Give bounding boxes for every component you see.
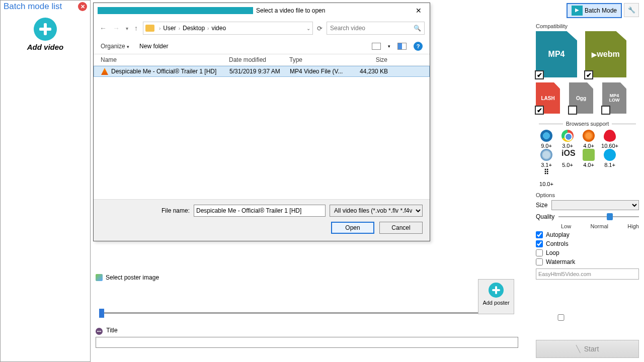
controls-checkbox[interactable] (536, 240, 543, 247)
size-select[interactable] (551, 200, 639, 210)
title-section: ••• Title (96, 327, 518, 348)
timeline-handle[interactable] (99, 309, 104, 318)
quality-slider[interactable] (558, 212, 639, 221)
title-icon: ••• (96, 328, 103, 335)
format-flash[interactable]: LASH ✔ (536, 82, 560, 114)
mp4low-check-icon[interactable] (601, 106, 610, 115)
open-button[interactable]: Open (331, 222, 374, 234)
quality-label: Quality (536, 213, 554, 220)
wrench-icon: 🔧 (628, 7, 635, 14)
tools-button[interactable]: 🔧 (624, 3, 639, 17)
close-sidebar-icon[interactable]: ✕ (78, 2, 87, 11)
windows-icon (604, 149, 616, 161)
image-icon (96, 274, 103, 281)
size-label: Size (536, 202, 547, 209)
format-mp4[interactable]: MP4 ✔ (536, 31, 578, 78)
slider-thumb[interactable] (607, 213, 613, 220)
sidebar-title: Batch mode list (4, 2, 78, 12)
batch-list-sidebar: Batch mode list ✕ Add video (0, 0, 91, 362)
add-poster-label: Add poster (478, 300, 514, 306)
ios-icon: iOS (561, 149, 574, 161)
start-button[interactable]: ╲ Start (536, 340, 639, 358)
preview-pane-icon[interactable] (397, 43, 407, 50)
organize-dropdown[interactable]: Organize ▾ (101, 43, 129, 50)
blackberry-icon: ⠿ (540, 168, 552, 180)
film-icon (572, 6, 583, 16)
forward-icon[interactable]: → (112, 23, 121, 33)
android-icon (583, 149, 595, 161)
vlc-icon (101, 68, 108, 75)
view-dropdown-icon[interactable]: ▾ (388, 44, 390, 49)
poster-label: Select poster image (106, 274, 159, 281)
add-video-button[interactable]: Add video (15, 18, 75, 51)
timeline-track (101, 312, 493, 314)
search-icon[interactable]: 🔍 (414, 25, 421, 32)
search-input[interactable] (330, 25, 414, 32)
recent-dropdown-icon[interactable]: ▾ (125, 25, 129, 32)
right-panel: Batch Mode 🔧 Compatibility MP4 ✔ ▶ webm … (531, 0, 644, 362)
title-input[interactable] (96, 337, 518, 348)
webm-check-icon[interactable]: ✔ (584, 70, 593, 79)
view-icon[interactable] (372, 43, 381, 50)
mp4-check-icon[interactable]: ✔ (535, 70, 544, 79)
file-list[interactable]: Despicable Me - Official® Trailer 1 [HD]… (94, 66, 430, 197)
dialog-nav: ← → ▾ ↑ › User› Desktop› video ⌄ ⟳ 🔍 (94, 18, 430, 38)
format-ogg[interactable]: Ogg (569, 82, 593, 114)
options-label: Options (536, 192, 639, 198)
plus-icon (489, 283, 504, 298)
poster-section: Select poster image (96, 274, 518, 321)
file-type-filter[interactable]: All video files (*.vob *.flv *.f4v * (330, 205, 423, 217)
close-icon[interactable]: ✕ (412, 7, 426, 15)
app-icon (98, 7, 253, 14)
browsers-grid: 9.0+ 3.0+ 4.0+ 10.60+ 3.1+ iOS5.0+ 4.0+ … (536, 130, 639, 187)
watermark-input[interactable] (536, 268, 639, 280)
batch-mode-label: Batch Mode (585, 7, 617, 14)
ogg-check-icon[interactable] (568, 106, 577, 115)
dialog-footer: File name: All video files (*.vob *.flv … (94, 199, 430, 241)
dialog-title: Select a video file to open (256, 7, 412, 14)
slider-track (558, 216, 639, 217)
chrome-icon (561, 130, 574, 142)
up-icon[interactable]: ↑ (133, 23, 139, 33)
watermark-checkbox[interactable] (536, 258, 543, 265)
file-row[interactable]: Despicable Me - Official® Trailer 1 [HD]… (94, 66, 430, 77)
chevron-down-icon[interactable]: ⌄ (306, 26, 310, 31)
dialog-titlebar[interactable]: Select a video file to open ✕ (94, 3, 430, 18)
safari-icon (540, 149, 552, 161)
batch-mode-button[interactable]: Batch Mode (567, 3, 622, 18)
file-name-input[interactable] (194, 205, 326, 217)
breadcrumb[interactable]: › User› Desktop› video ⌄ (143, 22, 313, 35)
format-webm[interactable]: ▶ webm ✔ (585, 31, 627, 78)
search-box[interactable]: 🔍 (327, 22, 425, 35)
plus-icon (34, 18, 57, 41)
poster-timeline[interactable] (96, 306, 518, 321)
ie-icon (540, 130, 552, 142)
loop-checkbox[interactable] (536, 249, 543, 256)
cancel-button[interactable]: Cancel (379, 222, 423, 234)
browsers-support-label: Browsers support (536, 121, 639, 127)
help-icon[interactable]: ? (414, 42, 423, 51)
flash-check-icon[interactable]: ✔ (535, 106, 544, 115)
refresh-icon[interactable]: ⟳ (317, 25, 323, 32)
file-name-label: File name: (162, 207, 190, 214)
sidebar-header: Batch mode list ✕ (1, 1, 90, 13)
file-open-dialog: Select a video file to open ✕ ← → ▾ ↑ › … (93, 3, 430, 241)
add-poster-button[interactable]: Add poster (478, 279, 514, 314)
back-icon[interactable]: ← (99, 23, 108, 33)
title-label: Title (106, 327, 117, 334)
folder-icon (145, 25, 154, 32)
file-list-header[interactable]: Name Date modified Type Size (94, 54, 430, 66)
firefox-icon (583, 130, 595, 142)
format-mp4low[interactable]: MP4 LOW (602, 82, 626, 114)
add-video-label: Add video (15, 43, 75, 51)
dialog-toolbar: Organize ▾ New folder ▾ ? (94, 38, 430, 54)
compatibility-label: Compatibility (536, 23, 639, 29)
new-folder-button[interactable]: New folder (139, 43, 168, 50)
wand-icon: ╲ (576, 345, 580, 353)
opera-icon (604, 130, 616, 142)
autoplay-checkbox[interactable] (536, 231, 543, 238)
